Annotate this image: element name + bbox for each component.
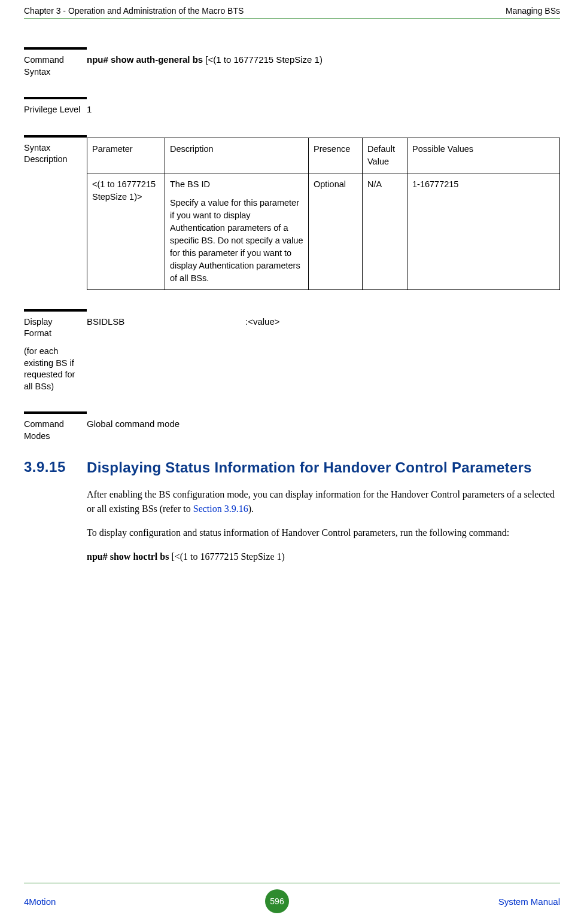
header-rule bbox=[24, 18, 560, 19]
cell-description-line2: Specify a value for this parameter if yo… bbox=[170, 197, 303, 285]
privilege-level-value: 1 bbox=[87, 97, 560, 116]
command-syntax-body: npu# show auth-general bs [<(1 to 167772… bbox=[87, 47, 560, 78]
table-row: <(1 to 16777215 StepSize 1)> The BS ID S… bbox=[87, 173, 560, 289]
command-syntax-command-bold: npu# show auth-general bs bbox=[87, 54, 203, 65]
cell-description: The BS ID Specify a value for this param… bbox=[165, 173, 309, 289]
section-3-9-15: 3.9.15 Displaying Status Information for… bbox=[24, 459, 560, 574]
section-paragraph-2: To display configuration and status info… bbox=[87, 526, 560, 540]
header-parameter: Parameter bbox=[87, 138, 165, 173]
privilege-level-label: Privilege Level bbox=[24, 97, 87, 116]
section-link[interactable]: Section 3.9.16 bbox=[193, 504, 248, 514]
footer-right: System Manual bbox=[498, 896, 560, 907]
syntax-description-table: Parameter Description Presence Default V… bbox=[87, 138, 560, 290]
page-footer: 4Motion 596 System Manual bbox=[24, 883, 560, 913]
footer-left: 4Motion bbox=[24, 896, 56, 907]
page-header: Chapter 3 - Operation and Administration… bbox=[24, 6, 560, 18]
header-left: Chapter 3 - Operation and Administration… bbox=[24, 6, 244, 16]
section-number: 3.9.15 bbox=[24, 459, 87, 475]
para1-text-b: ). bbox=[248, 504, 254, 514]
cell-presence: Optional bbox=[309, 173, 363, 289]
display-format-row: BSIDLSB :<value> bbox=[87, 316, 280, 327]
header-default-value: Default Value bbox=[363, 138, 407, 173]
header-possible-values: Possible Values bbox=[407, 138, 560, 173]
cell-possible: 1-16777215 bbox=[407, 173, 560, 289]
command-syntax-label: Command Syntax bbox=[24, 47, 87, 78]
section-command: npu# show hoctrl bs [<(1 to 16777215 Ste… bbox=[87, 550, 560, 564]
footer-rule bbox=[24, 883, 560, 883]
header-right: Managing BSs bbox=[506, 6, 560, 16]
cell-parameter: <(1 to 16777215 StepSize 1)> bbox=[87, 173, 165, 289]
privilege-level-block: Privilege Level 1 bbox=[24, 97, 560, 116]
syntax-description-block: Syntax Description Parameter Description… bbox=[24, 135, 560, 290]
command-modes-label: Command Modes bbox=[24, 411, 87, 442]
cell-description-line1: The BS ID bbox=[170, 178, 303, 191]
command-syntax-block: Command Syntax npu# show auth-general bs… bbox=[24, 47, 560, 78]
display-format-block: Display Format (for each existing BS if … bbox=[24, 309, 560, 392]
section-command-bold: npu# show hoctrl bs bbox=[87, 551, 169, 562]
header-presence: Presence bbox=[309, 138, 363, 173]
section-title: Displaying Status Information for Handov… bbox=[87, 459, 560, 477]
page-number-badge: 596 bbox=[265, 889, 289, 913]
header-description: Description bbox=[165, 138, 309, 173]
syntax-description-label: Syntax Description bbox=[24, 135, 87, 290]
section-paragraph-1: After enabling the BS configuration mode… bbox=[87, 487, 560, 516]
para1-text-a: After enabling the BS configuration mode… bbox=[87, 489, 555, 514]
command-modes-value: Global command mode bbox=[87, 411, 560, 442]
command-modes-block: Command Modes Global command mode bbox=[24, 411, 560, 442]
display-format-value: :<value> bbox=[245, 316, 280, 327]
section-command-rest: [<(1 to 16777215 StepSize 1) bbox=[169, 551, 284, 562]
command-syntax-command-rest: [<(1 to 16777215 StepSize 1) bbox=[203, 54, 323, 65]
display-format-field: BSIDLSB bbox=[87, 316, 245, 327]
cell-default: N/A bbox=[363, 173, 407, 289]
table-header-row: Parameter Description Presence Default V… bbox=[87, 138, 560, 173]
display-format-sublabel: (for each existing BS if requested for a… bbox=[24, 346, 81, 392]
display-format-label: Display Format bbox=[24, 316, 81, 340]
